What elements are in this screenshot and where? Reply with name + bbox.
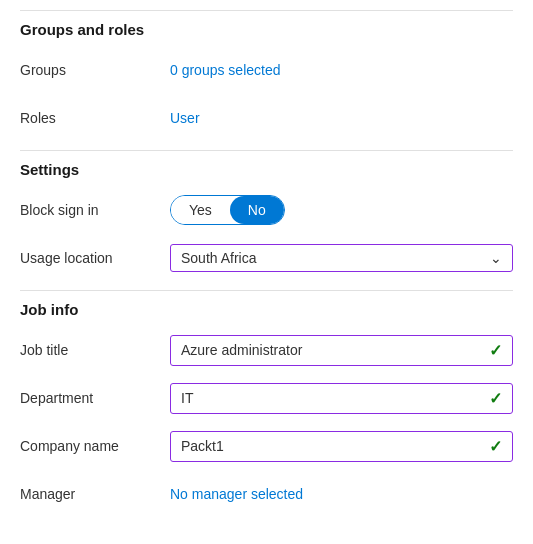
job-title-label: Job title: [20, 342, 170, 358]
groups-link[interactable]: 0 groups selected: [170, 62, 281, 78]
job-info-title: Job info: [20, 290, 513, 322]
usage-location-label: Usage location: [20, 250, 170, 266]
groups-value: 0 groups selected: [170, 62, 513, 78]
department-row: Department IT ✓: [20, 382, 513, 414]
job-title-row: Job title Azure administrator ✓: [20, 334, 513, 366]
settings-section: Settings Block sign in Yes No Usage loca…: [20, 150, 513, 274]
usage-location-value: South Africa: [181, 250, 257, 266]
groups-roles-section: Groups and roles Groups 0 groups selecte…: [20, 10, 513, 134]
company-name-value: Packt1: [181, 438, 224, 454]
manager-row: Manager No manager selected: [20, 478, 513, 510]
company-name-row: Company name Packt1 ✓: [20, 430, 513, 462]
usage-location-dropdown[interactable]: South Africa ⌄: [170, 244, 513, 272]
manager-label: Manager: [20, 486, 170, 502]
roles-value: User: [170, 110, 513, 126]
department-input[interactable]: IT ✓: [170, 383, 513, 414]
company-name-input[interactable]: Packt1 ✓: [170, 431, 513, 462]
department-value: IT: [181, 390, 193, 406]
block-sign-in-toggle[interactable]: Yes No: [170, 195, 285, 225]
groups-row: Groups 0 groups selected: [20, 54, 513, 86]
manager-value: No manager selected: [170, 486, 513, 502]
roles-row: Roles User: [20, 102, 513, 134]
department-field: IT ✓: [170, 383, 513, 414]
job-info-section: Job info Job title Azure administrator ✓…: [20, 290, 513, 510]
job-title-input[interactable]: Azure administrator ✓: [170, 335, 513, 366]
job-title-value: Azure administrator: [181, 342, 302, 358]
company-name-label: Company name: [20, 438, 170, 454]
company-name-check-icon: ✓: [489, 437, 502, 456]
groups-roles-title: Groups and roles: [20, 10, 513, 42]
block-sign-in-label: Block sign in: [20, 202, 170, 218]
manager-link[interactable]: No manager selected: [170, 486, 303, 502]
roles-label: Roles: [20, 110, 170, 126]
job-title-check-icon: ✓: [489, 341, 502, 360]
usage-location-field: South Africa ⌄: [170, 244, 513, 272]
company-name-field: Packt1 ✓: [170, 431, 513, 462]
roles-link[interactable]: User: [170, 110, 200, 126]
usage-location-row: Usage location South Africa ⌄: [20, 242, 513, 274]
job-title-field: Azure administrator ✓: [170, 335, 513, 366]
groups-label: Groups: [20, 62, 170, 78]
block-sign-in-row: Block sign in Yes No: [20, 194, 513, 226]
block-sign-in-toggle-container: Yes No: [170, 195, 513, 225]
toggle-no-option[interactable]: No: [230, 196, 284, 224]
department-check-icon: ✓: [489, 389, 502, 408]
department-label: Department: [20, 390, 170, 406]
chevron-down-icon: ⌄: [490, 250, 502, 266]
settings-title: Settings: [20, 150, 513, 182]
toggle-yes-option[interactable]: Yes: [171, 196, 230, 224]
